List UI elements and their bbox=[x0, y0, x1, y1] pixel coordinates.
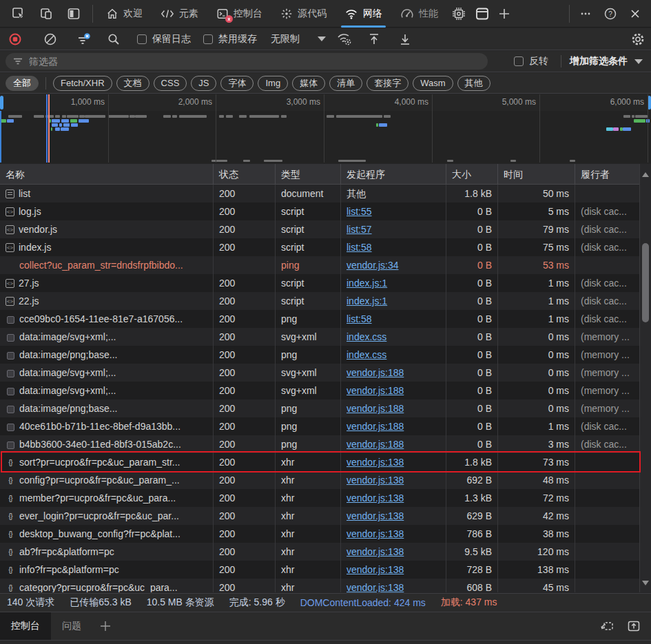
expand-drawer-icon[interactable] bbox=[625, 617, 643, 635]
initiator-link[interactable]: vendor.js:138 bbox=[347, 528, 404, 539]
initiator-link[interactable]: vendor.js:34 bbox=[347, 260, 399, 271]
request-name-cell[interactable]: list bbox=[0, 185, 214, 202]
more-options-icon[interactable] bbox=[577, 5, 595, 23]
request-name-cell[interactable]: data:image/png;base... bbox=[0, 399, 214, 417]
initiator-link[interactable]: index.js:1 bbox=[347, 295, 387, 307]
memory-chip-icon[interactable] bbox=[450, 5, 468, 23]
request-row[interactable]: list200document其他1.8 kB50 ms bbox=[0, 185, 639, 202]
help-icon[interactable]: ? bbox=[601, 5, 619, 23]
application-panel-icon[interactable] bbox=[473, 5, 491, 23]
filter-chip-wasm[interactable]: Wasm bbox=[413, 76, 453, 91]
tab-welcome[interactable]: 欢迎 bbox=[97, 0, 152, 28]
request-name-cell[interactable]: <>27.js bbox=[0, 274, 214, 292]
request-row[interactable]: data:image/svg+xml;...200svg+xmlvendor.j… bbox=[0, 382, 639, 399]
initiator-link[interactable]: list:58 bbox=[347, 242, 372, 253]
column-header-type[interactable]: 类型 bbox=[276, 164, 341, 185]
request-name-cell[interactable]: {}config?pr=ucpro&fr=pc&uc_param_... bbox=[0, 471, 214, 489]
request-name-cell[interactable]: <>log.js bbox=[0, 202, 214, 220]
initiator-link[interactable]: vendor.js:138 bbox=[347, 492, 404, 503]
request-row[interactable]: data:image/png;base...200pngindex.css0 B… bbox=[0, 346, 639, 364]
request-name-cell[interactable]: collect?uc_param_str=dndsfrpfbibdo... bbox=[0, 256, 214, 274]
request-name-cell[interactable]: <>index.js bbox=[0, 238, 214, 256]
invert-filter-checkbox[interactable] bbox=[514, 56, 524, 66]
request-name-cell[interactable]: {}ever_login?pr=ucpro&fr=pc&uc_par... bbox=[0, 507, 214, 525]
request-row[interactable]: <>27.js200scriptindex.js:10 B1 ms(disk c… bbox=[0, 274, 639, 292]
device-emulation-icon[interactable] bbox=[37, 5, 55, 23]
scrollbar-down-arrow[interactable] bbox=[642, 581, 649, 585]
initiator-link[interactable]: vendor.js:138 bbox=[347, 510, 404, 521]
request-name-cell[interactable]: <>22.js bbox=[0, 292, 214, 310]
request-name-cell[interactable]: 40ce61b0-b71b-11ec-8bef-d9a13bb... bbox=[0, 417, 214, 435]
timeline-left-handle[interactable] bbox=[0, 96, 3, 110]
filter-chip-js[interactable]: JS bbox=[191, 76, 216, 91]
clear-network-log-icon[interactable] bbox=[41, 30, 59, 48]
table-scrollbar[interactable] bbox=[639, 164, 651, 592]
filter-toggle-icon[interactable] bbox=[75, 30, 93, 48]
filter-chip-fetch-xhr[interactable]: Fetch/XHR bbox=[53, 76, 112, 91]
request-name-cell[interactable]: data:image/svg+xml;... bbox=[0, 382, 214, 399]
more-tools-add-icon[interactable] bbox=[495, 5, 513, 23]
initiator-link[interactable]: vendor.js:188 bbox=[347, 421, 404, 432]
close-icon[interactable] bbox=[626, 5, 644, 23]
request-row[interactable]: <>22.js200scriptindex.js:10 B1 ms(disk c… bbox=[0, 292, 639, 310]
column-header-name[interactable]: 名称 bbox=[0, 164, 214, 185]
request-row[interactable]: 40ce61b0-b71b-11ec-8bef-d9a13bb...200png… bbox=[0, 417, 639, 435]
request-name-cell[interactable]: {}info?fr=pc&platform=pc bbox=[0, 561, 214, 579]
tab-sources[interactable]: 源代码 bbox=[271, 0, 335, 28]
request-name-cell[interactable]: data:image/svg+xml;... bbox=[0, 328, 214, 346]
drawer-add-tab-icon[interactable] bbox=[96, 617, 114, 635]
filter-chip-img[interactable]: Img bbox=[258, 76, 288, 91]
request-name-cell[interactable]: data:image/png;base... bbox=[0, 346, 214, 364]
request-row[interactable]: {}desktop_buwang_config?fr=pc&plat...200… bbox=[0, 525, 639, 543]
request-row[interactable]: <>log.js200scriptlist:550 B5 ms(disk cac… bbox=[0, 202, 639, 220]
initiator-link[interactable]: list:58 bbox=[347, 313, 372, 324]
preserve-log-checkbox[interactable] bbox=[137, 34, 147, 44]
request-row[interactable]: {}ever_login?pr=ucpro&fr=pc&uc_par...200… bbox=[0, 507, 639, 525]
request-row[interactable]: {}config?pr=ucpro&fr=pc&uc_param_...200x… bbox=[0, 471, 639, 489]
initiator-link[interactable]: vendor.js:188 bbox=[347, 367, 404, 378]
initiator-link[interactable]: vendor.js:138 bbox=[347, 564, 404, 575]
request-row[interactable]: {}category?pr=ucpro&fr=pc&uc_para...200x… bbox=[0, 579, 639, 592]
initiator-link[interactable]: index.js:1 bbox=[347, 278, 387, 289]
initiator-link[interactable]: list:55 bbox=[347, 206, 372, 217]
request-row[interactable]: cce09bc0-1654-11ee-81e7-a167056...200png… bbox=[0, 310, 639, 328]
initiator-link[interactable]: vendor.js:188 bbox=[347, 439, 404, 450]
tab-elements[interactable]: 元素 bbox=[152, 0, 207, 28]
column-header-initiator[interactable]: 发起程序 bbox=[341, 164, 446, 185]
request-row-highlighted[interactable]: {}sort?pr=ucpro&fr=pc&uc_param_str...200… bbox=[0, 453, 639, 471]
more-filters-dropdown[interactable]: 增加筛选条件 bbox=[570, 55, 643, 67]
filter-chip--[interactable]: 媒体 bbox=[292, 76, 325, 91]
initiator-link[interactable]: index.css bbox=[347, 331, 386, 342]
initiator-link[interactable]: vendor.js:188 bbox=[347, 403, 404, 414]
request-row[interactable]: b4bb3600-34e0-11ed-8bf3-015ab2c...200png… bbox=[0, 435, 639, 453]
request-row[interactable]: <>vendor.js200scriptlist:570 B79 ms(disk… bbox=[0, 220, 639, 238]
filter-chip--[interactable]: 文档 bbox=[116, 76, 149, 91]
export-har-icon[interactable] bbox=[396, 30, 414, 48]
scrollbar-thumb[interactable] bbox=[642, 243, 649, 322]
request-name-cell[interactable]: {}desktop_buwang_config?fr=pc&plat... bbox=[0, 525, 214, 543]
request-name-cell[interactable]: <>vendor.js bbox=[0, 220, 214, 238]
initiator-link[interactable]: vendor.js:138 bbox=[347, 457, 404, 468]
initiator-link[interactable]: list:57 bbox=[347, 224, 372, 235]
request-name-cell[interactable]: cce09bc0-1654-11ee-81e7-a167056... bbox=[0, 310, 214, 328]
request-name-cell[interactable]: {}member?pr=ucpro&fr=pc&uc_para... bbox=[0, 489, 214, 507]
tab-console[interactable]: x 控制台 bbox=[207, 0, 271, 28]
filter-chip-css[interactable]: CSS bbox=[154, 76, 187, 91]
filter-input-pill[interactable] bbox=[6, 53, 488, 70]
import-har-icon[interactable] bbox=[365, 30, 383, 48]
drawer-tab-issues[interactable]: 问题 bbox=[51, 612, 92, 641]
settings-gear-icon[interactable] bbox=[629, 30, 647, 48]
filter-input[interactable] bbox=[29, 56, 456, 67]
initiator-link[interactable]: vendor.js:138 bbox=[347, 475, 404, 486]
record-network-log-icon[interactable] bbox=[6, 30, 24, 48]
network-overview-timeline[interactable]: 1,000 ms2,000 ms3,000 ms4,000 ms5,000 ms… bbox=[0, 94, 651, 163]
tab-network[interactable]: 网络 bbox=[335, 0, 391, 28]
request-row[interactable]: {}member?pr=ucpro&fr=pc&uc_para...200xhr… bbox=[0, 489, 639, 507]
timeline-overview-graph[interactable] bbox=[0, 111, 651, 163]
initiator-link[interactable]: vendor.js:188 bbox=[347, 385, 404, 396]
request-row[interactable]: collect?uc_param_str=dndsfrpfbibdo...pin… bbox=[0, 256, 639, 274]
initiator-link[interactable]: vendor.js:138 bbox=[347, 582, 404, 592]
column-header-time[interactable]: 时间 bbox=[498, 164, 575, 185]
filter-chip--[interactable]: 套接字 bbox=[366, 76, 409, 91]
drawer-history-icon[interactable] bbox=[599, 617, 617, 635]
